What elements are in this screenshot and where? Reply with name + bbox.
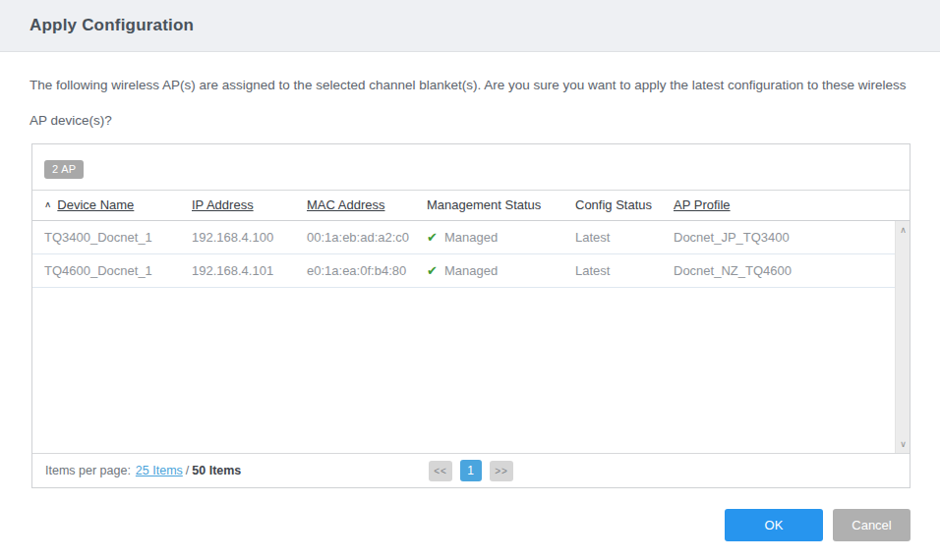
cell-ap-profile: Docnet_JP_TQ3400	[674, 230, 895, 245]
table-row[interactable]: TQ3400_Docnet_1 192.168.4.100 00:1a:eb:a…	[32, 221, 895, 254]
next-page-button[interactable]: >>	[490, 461, 513, 481]
cell-config-status: Latest	[575, 230, 674, 245]
column-header-config-status: Config Status	[575, 197, 674, 212]
table-scroll-area: TQ3400_Docnet_1 192.168.4.100 00:1a:eb:a…	[32, 221, 910, 453]
dialog-titlebar: Apply Configuration	[0, 0, 940, 52]
managed-check-icon: ✔	[427, 230, 438, 245]
column-header-label: Management Status	[427, 197, 541, 212]
items-per-page-label: Items per page:	[45, 464, 131, 477]
scroll-up-icon[interactable]: ∧	[896, 223, 910, 238]
pagination-separator: /	[186, 464, 189, 477]
cell-mac-address: 00:1a:eb:ad:a2:c0	[307, 230, 427, 245]
column-header-management-status: Management Status	[427, 197, 575, 212]
managed-check-icon: ✔	[427, 263, 438, 278]
cell-device-name: TQ3400_Docnet_1	[44, 230, 192, 245]
management-status-text: Managed	[444, 263, 498, 278]
ok-button[interactable]: OK	[725, 509, 823, 541]
cell-ip-address: 192.168.4.100	[192, 230, 307, 245]
ap-count-badge: 2 AP	[44, 160, 84, 179]
column-header-label: IP Address	[192, 197, 254, 212]
cell-management-status: ✔ Managed	[427, 263, 575, 278]
cell-management-status: ✔ Managed	[427, 230, 575, 245]
column-header-device-name[interactable]: ∧ Device Name	[44, 197, 192, 212]
items-per-page-link[interactable]: 25 Items	[136, 464, 183, 477]
confirmation-message: The following wireless AP(s) are assigne…	[29, 68, 911, 139]
dialog-actions: OK Cancel	[725, 509, 911, 541]
column-header-mac-address[interactable]: MAC Address	[307, 197, 427, 212]
cell-ip-address: 192.168.4.101	[192, 263, 307, 278]
column-header-ap-profile[interactable]: AP Profile	[674, 197, 910, 212]
table-toolbar: 2 AP	[32, 144, 910, 190]
page-title: Apply Configuration	[29, 16, 194, 35]
column-header-label: Config Status	[575, 197, 652, 212]
cell-ap-profile: Docnet_NZ_TQ4600	[674, 263, 895, 278]
apply-configuration-dialog: Apply Configuration The following wirele…	[0, 0, 940, 560]
column-header-ip-address[interactable]: IP Address	[192, 197, 307, 212]
cancel-button[interactable]: Cancel	[833, 509, 911, 541]
prev-page-button[interactable]: <<	[429, 461, 452, 481]
pagination-bar: Items per page: 25 Items / 50 Items << 1…	[32, 453, 910, 487]
cell-config-status: Latest	[575, 263, 674, 278]
table-row[interactable]: TQ4600_Docnet_1 192.168.4.101 e0:1a:ea:0…	[32, 254, 895, 288]
cell-mac-address: e0:1a:ea:0f:b4:80	[307, 263, 427, 278]
column-header-label: MAC Address	[307, 197, 384, 212]
ap-table: 2 AP ∧ Device Name IP Address MAC Addres…	[31, 143, 911, 488]
vertical-scrollbar[interactable]: ∧ ∨	[895, 221, 910, 453]
cell-device-name: TQ4600_Docnet_1	[44, 263, 192, 278]
page-controls: << 1 >>	[429, 460, 513, 481]
current-page-button[interactable]: 1	[460, 460, 482, 481]
table-body: TQ3400_Docnet_1 192.168.4.100 00:1a:eb:a…	[32, 221, 895, 288]
scroll-down-icon[interactable]: ∨	[896, 436, 910, 451]
total-items-count: 50 Items	[192, 464, 241, 477]
column-header-label: Device Name	[57, 197, 134, 212]
management-status-text: Managed	[444, 230, 498, 245]
sort-asc-icon: ∧	[44, 200, 51, 209]
table-header-row: ∧ Device Name IP Address MAC Address Man…	[32, 190, 910, 221]
column-header-label: AP Profile	[674, 197, 731, 212]
